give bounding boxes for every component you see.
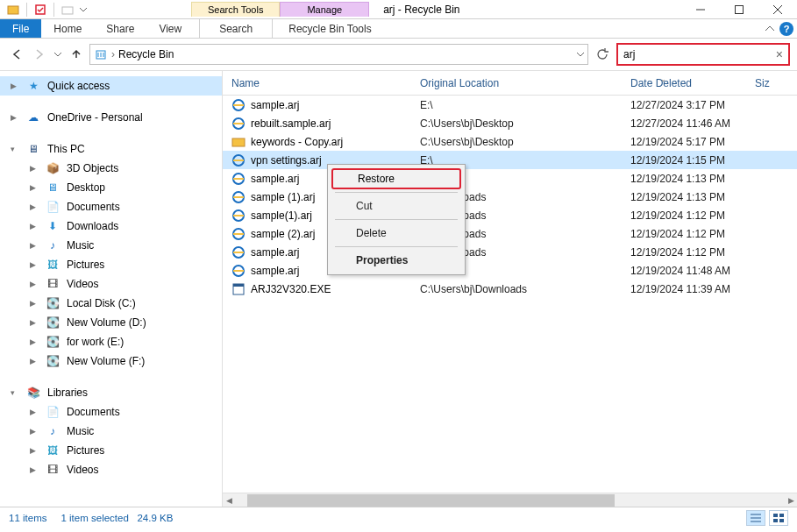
ie-icon: [231, 227, 246, 241]
file-date: 12/19/2024 1:12 PM: [630, 209, 771, 222]
sidebar-item-pc-child[interactable]: ▶🖥Desktop: [0, 178, 222, 197]
sidebar-item-pc-child[interactable]: ▶♪Music: [0, 236, 222, 255]
ie-icon: [231, 209, 246, 223]
file-orig: C:\Users\bj\Desktop: [420, 117, 630, 130]
forward-button[interactable]: [30, 45, 49, 64]
sidebar-item-lib-child[interactable]: ▶🖼Pictures: [0, 441, 222, 460]
sidebar-item-pc-child[interactable]: ▶📄Documents: [0, 197, 222, 216]
recent-dropdown-icon[interactable]: [53, 45, 63, 64]
sidebar-item-this-pc[interactable]: ▾🖥 This PC: [0, 139, 222, 159]
refresh-button[interactable]: [592, 44, 613, 65]
folder-icon: 📦: [46, 161, 60, 175]
sidebar-item-pc-child[interactable]: ▶⬇Downloads: [0, 216, 222, 236]
col-original-location[interactable]: Original Location: [420, 77, 630, 89]
clear-search-icon[interactable]: ×: [776, 47, 783, 61]
recycle-bin-icon: [94, 47, 108, 61]
sidebar-label: This PC: [47, 143, 85, 155]
search-input[interactable]: [623, 48, 776, 60]
sidebar-item-lib-child[interactable]: ▶🎞Videos: [0, 460, 222, 479]
ie-icon: [231, 153, 246, 167]
folder-icon: [231, 135, 246, 149]
libraries-icon: 📚: [26, 386, 40, 400]
file-name: sample(1).arj: [251, 209, 312, 222]
breadcrumb-label[interactable]: Recycle Bin: [118, 48, 174, 60]
tab-view[interactable]: View: [146, 19, 194, 38]
tab-file[interactable]: File: [0, 19, 41, 38]
sidebar-label: 3D Objects: [67, 162, 118, 174]
file-row[interactable]: sample.arj\bj\Downloads12/19/2024 1:12 P…: [223, 243, 797, 261]
sidebar-item-onedrive[interactable]: ▶☁ OneDrive - Personal: [0, 108, 222, 127]
nav-sidebar: ▶★ Quick access ▶☁ OneDrive - Personal ▾…: [0, 71, 223, 507]
sidebar-label: Downloads: [67, 220, 118, 232]
status-size: 24.9 KB: [137, 513, 173, 523]
sidebar-item-pc-child[interactable]: ▶💽Local Disk (C:): [0, 294, 222, 313]
file-name: sample (1).arj: [251, 191, 315, 203]
tab-home[interactable]: Home: [41, 19, 94, 38]
file-row[interactable]: sample.arj12/19/2024 1:13 PM: [223, 169, 797, 188]
qat-properties-icon[interactable]: [32, 2, 48, 18]
context-cut[interactable]: Cut: [330, 195, 463, 216]
tab-search[interactable]: Search: [199, 19, 272, 38]
file-date: 12/19/2024 1:15 PM: [630, 154, 771, 167]
context-delete[interactable]: Delete: [330, 223, 463, 244]
folder-icon: 💽: [46, 316, 60, 330]
file-row[interactable]: keywords - Copy.arjC:\Users\bj\Desktop12…: [223, 132, 797, 151]
back-button[interactable]: [7, 45, 26, 64]
help-icon[interactable]: ?: [779, 22, 793, 36]
scrollbar-thumb[interactable]: [247, 494, 615, 507]
svg-rect-19: [233, 284, 244, 287]
file-row[interactable]: rebuilt.sample.arjC:\Users\bj\Desktop12/…: [223, 114, 797, 132]
ie-icon: [231, 245, 246, 259]
file-row[interactable]: sample.arjE:\12/27/2024 3:17 PM: [223, 96, 797, 114]
sidebar-item-pc-child[interactable]: ▶📦3D Objects: [0, 159, 222, 178]
file-row[interactable]: ARJ32V320.EXEC:\Users\bj\Downloads12/19/…: [223, 280, 797, 298]
chevron-right-icon[interactable]: ›: [111, 48, 115, 60]
sidebar-item-pc-child[interactable]: ▶💽New Volume (D:): [0, 313, 222, 332]
col-size[interactable]: Siz: [755, 77, 797, 89]
file-row[interactable]: sample.arjE:\12/19/2024 11:48 AM: [223, 261, 797, 280]
tab-share[interactable]: Share: [94, 19, 146, 38]
horizontal-scrollbar[interactable]: ◀ ▶: [223, 493, 797, 507]
status-selection: 1 item selected: [60, 513, 128, 523]
sidebar-label: Pictures: [67, 444, 104, 457]
context-properties[interactable]: Properties: [330, 250, 463, 271]
file-row[interactable]: sample(1).arj\bj\Downloads12/19/2024 1:1…: [223, 206, 797, 224]
sidebar-label: Pictures: [67, 259, 104, 271]
col-name[interactable]: Name: [223, 77, 420, 89]
sidebar-item-quick-access[interactable]: ▶★ Quick access: [0, 76, 222, 96]
sidebar-item-lib-child[interactable]: ▶📄Documents: [0, 402, 222, 422]
sidebar-item-pc-child[interactable]: ▶🖼Pictures: [0, 255, 222, 274]
address-dropdown-icon[interactable]: [577, 51, 584, 58]
file-row[interactable]: sample (1).arj\bj\Downloads12/19/2024 1:…: [223, 188, 797, 206]
svg-rect-24: [779, 514, 784, 517]
address-bar[interactable]: › Recycle Bin: [89, 44, 588, 65]
ribbon-expand-icon[interactable]: [765, 25, 774, 33]
details-view-button[interactable]: [746, 510, 765, 526]
sidebar-item-libraries[interactable]: ▾📚 Libraries: [0, 383, 222, 402]
file-row[interactable]: vpn settings.arjE:\12/19/2024 1:15 PM: [223, 151, 797, 169]
thumbnail-view-button[interactable]: [769, 510, 788, 526]
folder-icon: ♪: [46, 424, 60, 438]
folder-icon: 🎞: [46, 277, 60, 291]
context-restore[interactable]: Restore: [331, 168, 461, 189]
sidebar-item-pc-child[interactable]: ▶💽for work (E:): [0, 332, 222, 351]
sidebar-label: Music: [67, 425, 94, 437]
up-button[interactable]: [67, 45, 86, 64]
qat-new-folder-icon[interactable]: [60, 2, 75, 18]
cloud-icon: ☁: [26, 110, 40, 124]
qat-dropdown-icon[interactable]: [79, 2, 88, 18]
sidebar-item-pc-child[interactable]: ▶💽New Volume (F:): [0, 351, 222, 371]
ie-icon: [231, 264, 246, 278]
sidebar-item-pc-child[interactable]: ▶🎞Videos: [0, 274, 222, 294]
tab-recycle-bin-tools[interactable]: Recycle Bin Tools: [272, 19, 388, 38]
column-headers: Name Original Location ⌄ Date Deleted Si…: [223, 71, 797, 96]
search-box[interactable]: ×: [616, 43, 790, 66]
minimize-button[interactable]: [681, 0, 720, 19]
maximize-button[interactable]: [720, 0, 758, 19]
close-button[interactable]: [758, 0, 797, 19]
scroll-left-icon[interactable]: ◀: [223, 496, 235, 505]
sidebar-item-lib-child[interactable]: ▶♪Music: [0, 422, 222, 441]
scroll-right-icon[interactable]: ▶: [785, 496, 797, 505]
col-date-deleted[interactable]: ⌄ Date Deleted: [630, 77, 755, 89]
file-row[interactable]: sample (2).arj\bj\Downloads12/19/2024 1:…: [223, 224, 797, 243]
